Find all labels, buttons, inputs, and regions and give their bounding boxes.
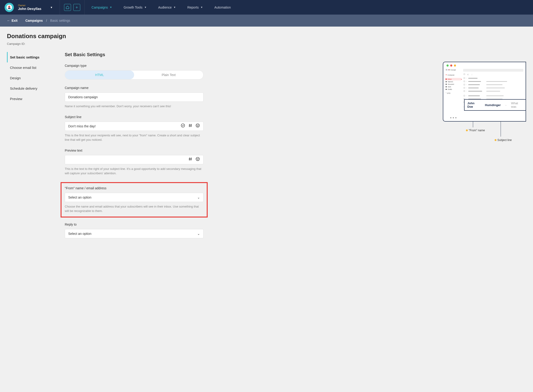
- nav-audience[interactable]: Audience▼: [158, 5, 176, 9]
- svg-point-7: [196, 157, 200, 161]
- from-name-label: "From" name / email address: [65, 186, 203, 190]
- campaign-name-helper: Name it something you will remember. Don…: [65, 104, 203, 109]
- breadcrumb-section[interactable]: Campaigns: [25, 19, 43, 22]
- hash-icon[interactable]: [188, 123, 193, 129]
- preview-subject-value: Humdinger: [485, 103, 501, 107]
- svg-point-6: [198, 125, 199, 126]
- chevron-down-icon: ▼: [50, 6, 53, 9]
- preview-text-field: Preview text This is the text to the rig…: [65, 149, 203, 176]
- home-icon-button[interactable]: [64, 4, 71, 11]
- form-heading: Set Basic Settings: [65, 52, 203, 57]
- preview-text-helper: This is the text to the right of your su…: [65, 167, 203, 176]
- nav-growth-tools[interactable]: Growth Tools▼: [124, 5, 146, 9]
- chevron-down-icon: ▼: [200, 6, 203, 9]
- gmail-row-mock: ☆: [464, 94, 523, 97]
- from-name-placeholder: Select an option: [68, 196, 91, 199]
- callout-from-name: "From" name: [466, 129, 526, 132]
- gmail-toolbar-mock: C⋮: [464, 74, 523, 76]
- campaign-type-toggle: HTML Plain Text: [65, 70, 203, 79]
- mac-dot-yellow: [454, 65, 456, 67]
- from-name-highlight: "From" name / email address Select an op…: [61, 182, 208, 218]
- toggle-html[interactable]: HTML: [65, 70, 134, 79]
- user-menu[interactable]: Owner John Desyllas ▼: [0, 0, 60, 14]
- reply-to-select[interactable]: Select an option ⌄: [65, 229, 203, 238]
- svg-point-8: [197, 159, 198, 159]
- preview-text-label: Preview text: [65, 149, 203, 152]
- subject-line-input[interactable]: [68, 124, 181, 128]
- campaign-id-label: Campaign ID:: [7, 42, 526, 46]
- gmail-row-mock: ☆: [464, 86, 523, 89]
- gmail-search-mock: [463, 69, 523, 72]
- gmail-row-mock: ☆: [464, 76, 523, 80]
- preview-preview-text: What was: [511, 102, 524, 108]
- svg-point-9: [198, 159, 199, 159]
- nav-campaigns[interactable]: Campaigns▼: [92, 5, 112, 9]
- svg-point-4: [196, 124, 200, 127]
- step-preview[interactable]: Preview: [7, 93, 56, 104]
- gmail-row-mock: ☆: [464, 83, 523, 86]
- breadcrumb-current: Basic settings: [50, 19, 70, 22]
- steps-sidebar: Set basic settings Choose email list Des…: [7, 48, 56, 245]
- gmail-inbox: Inbox●: [445, 78, 462, 80]
- preview-from-value: John Doe: [467, 102, 480, 108]
- campaign-name-input[interactable]: [68, 95, 200, 99]
- avatar: [5, 3, 14, 12]
- gmail-compose: +Compose: [446, 74, 462, 76]
- gmail-logo: ☰ Gmail: [446, 69, 462, 71]
- preview-highlight-row: John Doe Humdinger - What was: [464, 99, 526, 111]
- chevron-down-icon: ⌄: [197, 196, 200, 199]
- nav-reports[interactable]: Reports▼: [187, 5, 203, 9]
- exit-button[interactable]: ← Exit: [7, 19, 18, 22]
- page-title: Donations campaign: [7, 33, 526, 40]
- nav-automation[interactable]: Automation: [214, 5, 231, 9]
- emoji-icon[interactable]: [195, 157, 200, 163]
- step-basic-settings[interactable]: Set basic settings: [7, 52, 56, 62]
- top-nav: Owner John Desyllas ▼ Campaigns▼ Growth …: [0, 0, 533, 14]
- gmail-drafts: Drafts: [446, 88, 462, 91]
- preview-text-input[interactable]: [68, 158, 188, 162]
- emoji-icon[interactable]: [195, 123, 200, 129]
- step-schedule-delivery[interactable]: Schedule delivery: [7, 83, 56, 93]
- pager-dot: [450, 117, 451, 118]
- from-name-field: "From" name / email address Select an op…: [65, 186, 203, 213]
- gmail-row-mock: ☆: [464, 80, 523, 83]
- gmail-sent: Sent: [446, 85, 462, 88]
- reply-to-label: Reply to: [65, 223, 203, 226]
- step-design[interactable]: Design: [7, 73, 56, 83]
- arrow-left-icon: ←: [7, 19, 10, 22]
- chevron-down-icon: ⌄: [197, 232, 200, 236]
- chevron-down-icon: ▼: [173, 6, 176, 9]
- gmail-snoozed: Snoozed: [446, 83, 462, 85]
- reply-to-field: Reply to Select an option ⌄: [65, 223, 203, 238]
- mac-dot-red: [450, 65, 452, 67]
- chevron-down-icon: ▼: [110, 6, 112, 9]
- toggle-plain-text[interactable]: Plain Text: [134, 70, 203, 79]
- subject-line-helper: This is the first text your recipients w…: [65, 133, 203, 142]
- user-name: John Desyllas: [18, 7, 41, 11]
- reply-to-placeholder: Select an option: [68, 232, 91, 236]
- gmail-starred: Starred: [446, 80, 462, 83]
- spellcheck-icon[interactable]: [181, 123, 185, 129]
- hash-icon[interactable]: [188, 157, 193, 163]
- campaign-name-field: Campaign name Name it something you will…: [65, 86, 203, 109]
- mac-dot-green: [447, 65, 449, 67]
- svg-point-5: [197, 125, 198, 126]
- from-name-helper: Choose the name and email address that y…: [65, 204, 203, 213]
- plus-icon-button[interactable]: [73, 4, 80, 11]
- gmail-row-mock: ☆: [464, 89, 523, 93]
- pager-dot: [455, 117, 457, 118]
- step-choose-email-list[interactable]: Choose email list: [7, 62, 56, 73]
- subject-line-label: Subject line: [65, 115, 203, 119]
- svg-rect-2: [8, 8, 11, 9]
- svg-point-1: [8, 5, 10, 8]
- campaign-name-label: Campaign name: [65, 86, 203, 90]
- subject-line-field: Subject line This is the first text your…: [65, 115, 203, 142]
- inbox-preview-window: ☰ Gmail +Compose Inbox● Starred Snoozed …: [443, 62, 526, 121]
- callout-subject-line: Subject line: [495, 138, 526, 142]
- pager-dot: [453, 117, 454, 118]
- from-name-select[interactable]: Select an option ⌄: [65, 193, 203, 202]
- campaign-type-label: Campaign type: [65, 64, 203, 67]
- preview-panel-column: ☰ Gmail +Compose Inbox● Starred Snoozed …: [213, 48, 526, 245]
- svg-point-3: [181, 124, 185, 127]
- breadcrumb-bar: ← Exit Campaigns / Basic settings: [0, 14, 533, 27]
